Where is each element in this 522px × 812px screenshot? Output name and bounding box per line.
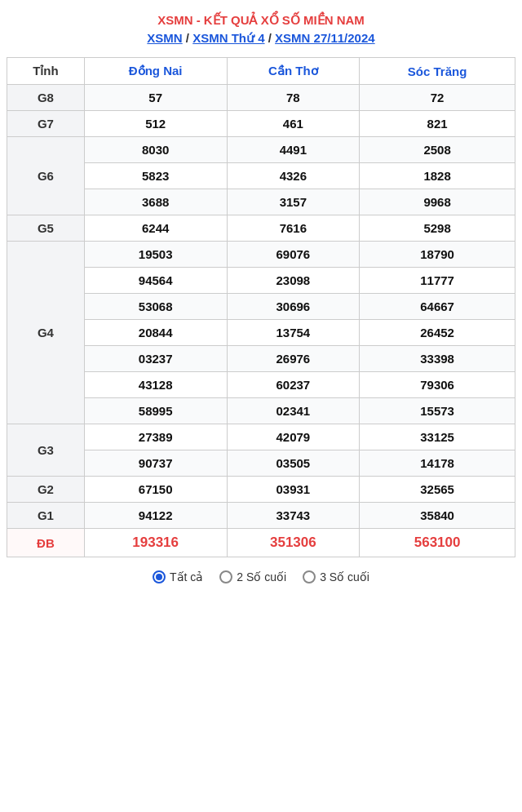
number-cell: 33743 [227, 503, 360, 529]
footer-options: Tất cả 2 Số cuối 3 Số cuối [153, 570, 369, 583]
label-2-so-cuoi: 2 Số cuối [237, 570, 286, 583]
number-cell: 67150 [84, 477, 227, 503]
number-cell: 3688 [84, 189, 227, 215]
table-row: G2671500393132565 [7, 477, 515, 503]
col-tinh: Tỉnh [7, 58, 85, 85]
col-soc-trang: Sóc Trăng [360, 58, 515, 85]
number-cell: 90737 [84, 450, 227, 477]
number-cell: 13754 [227, 320, 360, 346]
row-label: ĐB [7, 529, 85, 557]
number-cell: 03931 [227, 477, 360, 503]
number-cell: 58995 [84, 398, 227, 424]
table-row: G4195036907618790 [7, 242, 515, 268]
radio-2-so-cuoi[interactable] [219, 570, 232, 583]
number-cell: 4326 [227, 163, 360, 189]
link-xsmn-thu4[interactable]: XSMN Thứ 4 [192, 31, 264, 45]
number-cell: 78 [227, 85, 360, 111]
radio-3-so-cuoi[interactable] [303, 570, 316, 583]
number-cell: 20844 [84, 320, 227, 346]
number-cell: 14178 [360, 450, 515, 477]
number-cell: 32565 [360, 477, 515, 503]
number-cell: 8030 [84, 137, 227, 163]
number-cell: 5298 [360, 215, 515, 242]
number-cell: 57 [84, 85, 227, 111]
row-label: G3 [7, 424, 85, 477]
link-xsmn[interactable]: XSMN [147, 31, 182, 45]
row-label: G2 [7, 477, 85, 503]
number-cell: 27389 [84, 424, 227, 450]
radio-tat-ca[interactable] [153, 570, 166, 583]
number-cell: 69076 [227, 242, 360, 268]
number-cell: 02341 [227, 398, 360, 424]
number-cell: 94564 [84, 268, 227, 294]
row-label: G1 [7, 503, 85, 529]
table-row: G1941223374335840 [7, 503, 515, 529]
number-cell: 03505 [227, 450, 360, 477]
number-cell: 193316 [84, 529, 227, 557]
number-cell: 351306 [227, 529, 360, 557]
number-cell: 19503 [84, 242, 227, 268]
table-row: ĐB193316351306563100 [7, 529, 515, 557]
col-dong-nai: Đồng Nai [84, 58, 227, 85]
number-cell: 15573 [360, 398, 515, 424]
number-cell: 94122 [84, 503, 227, 529]
number-cell: 563100 [360, 529, 515, 557]
number-cell: 4491 [227, 137, 360, 163]
table-row: G8577872 [7, 85, 515, 111]
number-cell: 23098 [227, 268, 360, 294]
number-cell: 42079 [227, 424, 360, 450]
separator1: / [186, 31, 192, 45]
number-cell: 26452 [360, 320, 515, 346]
number-cell: 60237 [227, 372, 360, 398]
number-cell: 33125 [360, 424, 515, 450]
separator2: / [268, 31, 275, 45]
number-cell: 3157 [227, 189, 360, 215]
number-cell: 5823 [84, 163, 227, 189]
number-cell: 2508 [360, 137, 515, 163]
number-cell: 43128 [84, 372, 227, 398]
row-label: G5 [7, 215, 85, 242]
results-table: Tỉnh Đồng Nai Cần Thơ Sóc Trăng G8577872… [7, 57, 515, 557]
table-row: G6803044912508 [7, 137, 515, 163]
option-2-so-cuoi[interactable]: 2 Số cuối [219, 570, 286, 583]
number-cell: 33398 [360, 346, 515, 372]
number-cell: 11777 [360, 268, 515, 294]
label-3-so-cuoi: 3 Số cuối [320, 570, 369, 583]
label-tat-ca: Tất cả [170, 570, 203, 583]
number-cell: 821 [360, 111, 515, 137]
page-title: XSMN - KẾT QUẢ XỔ SỐ MIỀN NAM [157, 13, 365, 28]
option-3-so-cuoi[interactable]: 3 Số cuối [303, 570, 369, 583]
number-cell: 72 [360, 85, 515, 111]
number-cell: 30696 [227, 294, 360, 320]
col-can-tho: Cần Thơ [227, 58, 360, 85]
table-row: G7512461821 [7, 111, 515, 137]
number-cell: 35840 [360, 503, 515, 529]
number-cell: 6244 [84, 215, 227, 242]
number-cell: 9968 [360, 189, 515, 215]
number-cell: 53068 [84, 294, 227, 320]
row-label: G8 [7, 85, 85, 111]
number-cell: 26976 [227, 346, 360, 372]
number-cell: 18790 [360, 242, 515, 268]
row-label: G4 [7, 242, 85, 424]
number-cell: 1828 [360, 163, 515, 189]
table-row: G5624476165298 [7, 215, 515, 242]
number-cell: 512 [84, 111, 227, 137]
table-row: G3273894207933125 [7, 424, 515, 450]
number-cell: 461 [227, 111, 360, 137]
number-cell: 7616 [227, 215, 360, 242]
number-cell: 64667 [360, 294, 515, 320]
link-xsmn-date[interactable]: XSMN 27/11/2024 [275, 31, 375, 45]
option-tat-ca[interactable]: Tất cả [153, 570, 203, 583]
row-label: G7 [7, 111, 85, 137]
number-cell: 79306 [360, 372, 515, 398]
row-label: G6 [7, 137, 85, 215]
number-cell: 03237 [84, 346, 227, 372]
header-links: XSMN / XSMN Thứ 4 / XSMN 27/11/2024 [147, 31, 374, 46]
